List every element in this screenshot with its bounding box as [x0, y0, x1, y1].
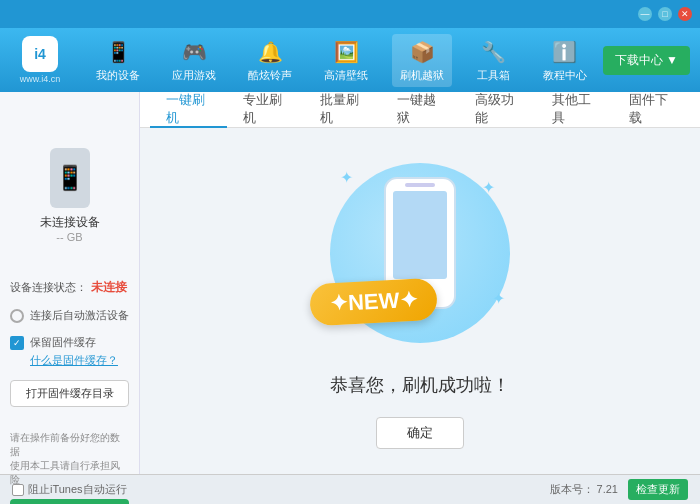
nav-icon-wallpaper: 🖼️ [332, 38, 360, 66]
nav-label-ringtones: 酷炫铃声 [248, 68, 292, 83]
close-button[interactable]: ✕ [678, 7, 692, 21]
nav-item-my-device[interactable]: 📱 我的设备 [88, 34, 148, 87]
header: i4 www.i4.cn 📱 我的设备 🎮 应用游戏 🔔 酷炫铃声 🖼️ 高清壁… [0, 28, 700, 92]
content-area: ✦ ✦ ✦ ✦NEW✦ 恭喜您，刷机成功啦！ 确定 [140, 128, 700, 474]
auto-activate-option[interactable]: 连接后自动激活设备 [10, 308, 129, 323]
minimize-button[interactable]: — [638, 7, 652, 21]
backup-restore-button[interactable]: 备份 / 恢复 [10, 499, 129, 504]
window-controls[interactable]: — □ ✕ [638, 7, 692, 21]
keep-firmware-section: ✓ 保留固件缓存 什么是固件缓存？ [10, 335, 129, 368]
sub-nav-item-other-tools[interactable]: 其他工具 [536, 92, 613, 128]
nav-item-app-games[interactable]: 🎮 应用游戏 [164, 34, 224, 87]
nav-label-my-device: 我的设备 [96, 68, 140, 83]
logo: i4 www.i4.cn [10, 36, 70, 84]
nav-label-app-games: 应用游戏 [172, 68, 216, 83]
nav-item-wallpaper[interactable]: 🖼️ 高清壁纸 [316, 34, 376, 87]
illustration: ✦ ✦ ✦ ✦NEW✦ [320, 153, 520, 353]
footer-right: 版本号： 7.21 检查更新 [550, 479, 688, 500]
nav-label-wallpaper: 高清壁纸 [324, 68, 368, 83]
nav-label-tutorial: 教程中心 [543, 68, 587, 83]
nav-icon-flash: 📦 [408, 38, 436, 66]
new-badge: ✦NEW✦ [309, 278, 438, 327]
title-bar: — □ ✕ [0, 0, 700, 28]
new-badge-text: ✦NEW✦ [329, 287, 418, 317]
keep-firmware-checkbox[interactable]: ✓ [10, 336, 24, 350]
nav-label-flash: 刷机越狱 [400, 68, 444, 83]
sub-nav: 一键刷机专业刷机批量刷机一键越狱高级功能其他工具固件下载 [140, 92, 700, 128]
sparkle-tl: ✦ [340, 168, 353, 187]
sub-nav-item-one-click[interactable]: 一键刷机 [150, 92, 227, 128]
sub-nav-item-advanced[interactable]: 高级功能 [459, 92, 536, 128]
status-section: 设备连接状态： 未连接 [10, 277, 129, 296]
sparkle-bl: ✦ [492, 289, 505, 308]
itunes-check[interactable]: 阻止iTunes自动运行 [12, 482, 550, 497]
itunes-checkbox[interactable] [12, 484, 24, 496]
open-dir-button[interactable]: 打开固件缓存目录 [10, 380, 129, 407]
nav-item-ringtones[interactable]: 🔔 酷炫铃声 [240, 34, 300, 87]
svg-rect-3 [405, 183, 435, 187]
keep-firmware-option[interactable]: ✓ 保留固件缓存 [10, 335, 129, 350]
logo-icon: i4 [22, 36, 58, 72]
sub-nav-item-firmware[interactable]: 固件下载 [613, 92, 690, 128]
svg-rect-1 [393, 191, 447, 279]
device-icon: 📱 [50, 148, 90, 208]
nav-item-tools[interactable]: 🔧 工具箱 [469, 34, 519, 87]
keep-firmware-label: 保留固件缓存 [30, 335, 96, 350]
warning-text: 请在操作前备份好您的数据使用本工具请自行承担风险 [10, 431, 129, 487]
nav-item-flash[interactable]: 📦 刷机越狱 [392, 34, 452, 87]
itunes-label: 阻止iTunes自动运行 [28, 482, 127, 497]
nav-icon-tools: 🔧 [480, 38, 508, 66]
check-update-button[interactable]: 检查更新 [628, 479, 688, 500]
nav-icon-tutorial: ℹ️ [551, 38, 579, 66]
device-name: 未连接设备 [40, 214, 100, 231]
device-info: 📱 未连接设备 -- GB [10, 138, 129, 253]
version-label: 版本号： 7.21 [550, 482, 618, 497]
confirm-button[interactable]: 确定 [376, 417, 464, 449]
status-value: 未连接 [91, 280, 127, 294]
nav-icon-ringtones: 🔔 [256, 38, 284, 66]
sparkle-tr: ✦ [482, 178, 495, 197]
nav-item-tutorial[interactable]: ℹ️ 教程中心 [535, 34, 595, 87]
footer-left: 阻止iTunes自动运行 [12, 482, 550, 497]
auto-activate-radio[interactable] [10, 309, 24, 323]
nav-icon-app-games: 🎮 [180, 38, 208, 66]
maximize-button[interactable]: □ [658, 7, 672, 21]
nav-label-tools: 工具箱 [477, 68, 510, 83]
sidebar: 📱 未连接设备 -- GB 设备连接状态： 未连接 连接后自动激活设备 ✓ 保留… [0, 128, 140, 474]
main-nav: 📱 我的设备 🎮 应用游戏 🔔 酷炫铃声 🖼️ 高清壁纸 📦 刷机越狱 🔧 工具… [80, 34, 603, 87]
download-center-button[interactable]: 下载中心 ▼ [603, 46, 690, 75]
main-layout: 📱 未连接设备 -- GB 设备连接状态： 未连接 连接后自动激活设备 ✓ 保留… [0, 128, 700, 474]
logo-url: www.i4.cn [20, 74, 61, 84]
auto-activate-label: 连接后自动激活设备 [30, 308, 129, 323]
sub-nav-item-batch-flash[interactable]: 批量刷机 [304, 92, 381, 128]
device-gb: -- GB [56, 231, 82, 243]
status-label: 设备连接状态： [10, 281, 87, 293]
fw-info-link[interactable]: 什么是固件缓存？ [30, 354, 118, 366]
sub-nav-item-pro-flash[interactable]: 专业刷机 [227, 92, 304, 128]
sub-nav-item-one-jailbreak[interactable]: 一键越狱 [381, 92, 458, 128]
nav-icon-my-device: 📱 [104, 38, 132, 66]
header-right: 下载中心 ▼ [603, 46, 690, 75]
success-text: 恭喜您，刷机成功啦！ [330, 373, 510, 397]
